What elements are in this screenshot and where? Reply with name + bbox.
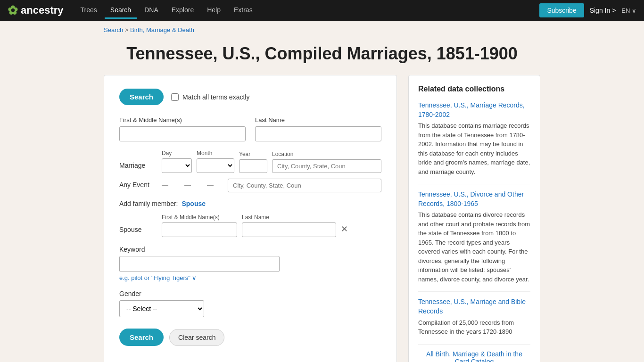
marriage-day-select[interactable]: 12345 [162,158,192,173]
add-family-row: Add family member: Spouse [119,200,381,207]
keyword-input[interactable] [119,256,280,272]
marriage-year-input[interactable] [239,159,267,173]
month-label: Month [197,150,234,156]
remove-spouse-button[interactable]: ✕ [341,224,348,237]
match-exactly-checkbox[interactable] [171,93,179,101]
any-event-year-dash: — [207,181,214,192]
collection-item-2: Tennessee, U.S., Divorce and Other Recor… [418,190,530,284]
logo[interactable]: ✿ ancestry [8,3,64,18]
search-button-bottom[interactable]: Search [119,329,164,346]
related-collections: Related data collections Tennessee, U.S.… [408,75,540,362]
search-top-row: Search Match all terms exactly [119,89,381,105]
subscribe-button[interactable]: Subscribe [539,3,584,17]
marriage-month-select[interactable]: JanFebMarApr MayJunJulAug SepOctNovDec [197,158,234,173]
clear-search-button[interactable]: Clear search [169,329,224,346]
spouse-last-name-label: Last Name [242,214,336,221]
first-name-input[interactable] [119,126,246,141]
marriage-label: Marriage [119,162,157,173]
gender-select[interactable]: -- Select -- Male Female [119,300,204,317]
nav-explore[interactable]: Explore [166,2,199,19]
add-spouse-link[interactable]: Spouse [182,200,206,207]
location-label: Location [272,151,381,157]
marriage-year-group: Year [239,151,267,173]
bottom-buttons: Search Clear search [119,329,381,346]
name-row: First & Middle Name(s) Last Name [119,116,381,141]
collection-divider-1 [418,184,530,184]
collection-desc-3: Compilation of 25,000 records from Tenne… [418,318,530,337]
search-panel: Search Match all terms exactly First & M… [104,75,397,362]
any-event-row: Any Event — — — [119,179,381,192]
main-content: Search Match all terms exactly First & M… [0,75,644,362]
collection-link-1[interactable]: Tennessee, U.S., Marriage Records, 1780-… [418,101,530,119]
all-collections-link[interactable]: All Birth, Marriage & Death in the Card … [418,350,530,362]
first-name-group: First & Middle Name(s) [119,116,246,141]
match-exactly-text: Match all terms exactly [182,93,249,101]
related-title: Related data collections [418,85,530,93]
any-event-label: Any Event [119,181,157,192]
breadcrumb-current-link[interactable]: Birth, Marriage & Death [130,26,194,33]
spouse-row-label: Spouse [119,226,157,237]
keyword-label: Keyword [119,246,381,253]
logo-text: ancestry [21,4,64,16]
nav-links: Trees Search DNA Explore Help Extras [75,2,528,19]
right-panel: Related data collections Tennessee, U.S.… [408,75,540,362]
language-button[interactable]: EN ∨ [621,7,636,14]
nav-search[interactable]: Search [105,2,137,19]
collection-item-3: Tennessee, U.S., Marriage and Bible Reco… [418,297,530,336]
marriage-month-group: Month JanFebMarApr MayJunJulAug SepOctNo… [197,150,234,173]
collection-divider-2 [418,291,530,292]
nav-help[interactable]: Help [201,2,226,19]
collection-desc-2: This database contains divorce records a… [418,210,530,284]
marriage-location-input[interactable] [272,159,381,173]
spouse-last-name-group: Last Name [242,214,336,237]
add-family-text: Add family member: [119,200,178,207]
spouse-first-name-label: First & Middle Name(s) [162,214,237,221]
year-label: Year [239,151,267,157]
first-name-label: First & Middle Name(s) [119,116,246,123]
last-name-label: Last Name [255,116,381,123]
nav-extras[interactable]: Extras [228,2,258,19]
spouse-first-name-input[interactable] [162,222,237,237]
collection-divider-3 [418,344,530,345]
any-event-day-dash: — [162,181,168,192]
breadcrumb: Search > Birth, Marriage & Death [0,21,644,39]
breadcrumb-separator: > [125,26,130,33]
signin-button[interactable]: Sign In > [590,7,616,14]
any-event-location-input[interactable] [228,179,381,192]
nav-trees[interactable]: Trees [75,2,103,19]
logo-icon: ✿ [8,3,18,18]
keyword-hint[interactable]: e.g. pilot or "Flying Tigers" ∨ [119,274,381,281]
search-button-top[interactable]: Search [119,89,164,105]
spouse-first-name-group: First & Middle Name(s) [162,214,237,237]
keyword-section: Keyword e.g. pilot or "Flying Tigers" ∨ [119,246,381,281]
breadcrumb-search-link[interactable]: Search [104,26,123,33]
marriage-row: Marriage Day 12345 Month JanFebMarApr Ma… [119,150,381,173]
collection-link-2[interactable]: Tennessee, U.S., Divorce and Other Recor… [418,190,530,208]
top-navigation: ✿ ancestry Trees Search DNA Explore Help… [0,0,644,21]
marriage-day-group: Day 12345 [162,150,192,173]
gender-label: Gender [119,290,381,297]
match-exactly-label[interactable]: Match all terms exactly [171,93,249,101]
collection-desc-1: This database contains marriage records … [418,121,530,176]
last-name-group: Last Name [255,116,381,141]
spouse-last-name-input[interactable] [242,222,336,237]
last-name-input[interactable] [255,126,381,141]
spouse-row: Spouse First & Middle Name(s) Last Name … [119,214,381,237]
page-title: Tennessee, U.S., Compiled Marriages, 185… [0,39,644,75]
nav-right: Subscribe Sign In > EN ∨ [539,3,636,17]
nav-dna[interactable]: DNA [139,2,164,19]
gender-section: Gender -- Select -- Male Female [119,290,381,317]
any-event-month-dash: — [184,181,191,192]
collection-link-3[interactable]: Tennessee, U.S., Marriage and Bible Reco… [418,297,530,316]
collection-item-1: Tennessee, U.S., Marriage Records, 1780-… [418,101,530,176]
marriage-location-group: Location [272,151,381,173]
day-label: Day [162,150,192,156]
